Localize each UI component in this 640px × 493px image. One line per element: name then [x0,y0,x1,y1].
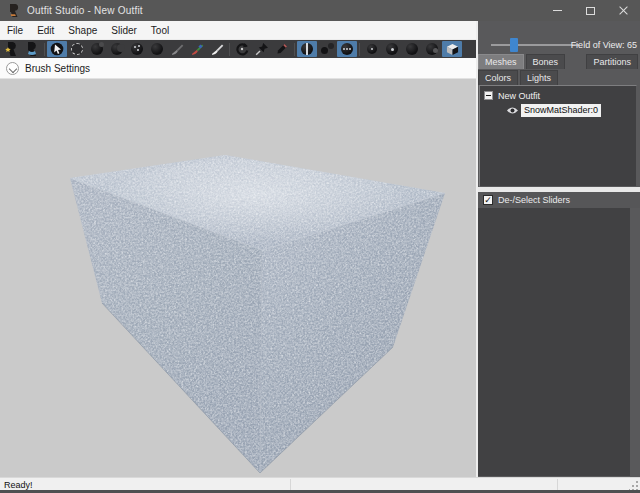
slider-section-header: ✓ De-/Select Sliders [477,192,640,208]
vertex-large-icon [386,43,398,55]
smooth-brush-icon [131,43,143,55]
pencil-icon [275,42,289,56]
fov-slider-handle[interactable] [510,38,518,52]
vertex-display-4-button[interactable] [422,41,442,57]
mask-brush-icon [71,43,83,55]
smooth-brush-button[interactable] [127,41,147,57]
main-toolbar [0,40,477,58]
transform-rotate-icon [235,42,249,56]
window-title: Outfit Studio - New Outfit [27,5,143,16]
tab-lights[interactable]: Lights [520,70,558,85]
toolbar-separator [359,43,360,56]
perspective-cube-icon [446,43,459,56]
toolbar-separator [229,43,230,56]
maximize-button[interactable] [574,0,607,21]
inflate-brush-icon [91,43,103,55]
transform-tool-button[interactable] [232,41,252,57]
minimize-icon [553,10,562,11]
title-bar[interactable]: Outfit Studio - New Outfit [0,0,640,21]
toolbar-separator [44,43,45,56]
weight-brush-button[interactable] [167,41,187,57]
status-separator [557,479,558,490]
pin-icon [255,42,269,56]
xmirror-icon [301,43,313,55]
collapse-icon[interactable] [484,91,493,100]
close-button[interactable] [607,0,640,21]
right-panel-tabs-row2: Colors Lights [478,70,640,85]
tree-item-label-selected[interactable]: SnowMatShader:0 [521,104,601,117]
vertex-shaded-icon [426,43,438,55]
xmirror-toggle-button[interactable] [297,41,317,57]
close-icon [618,5,629,16]
connected-only-button[interactable] [317,41,337,57]
tree-item-row[interactable]: SnowMatShader:0 [480,104,636,117]
connected-vertices-icon [321,43,334,55]
chevron-down-icon[interactable] [6,62,19,75]
minimize-button[interactable] [541,0,574,21]
maximize-icon [586,7,595,15]
tab-colors[interactable]: Colors [478,70,518,85]
move-brush-button[interactable] [147,41,167,57]
menu-tool[interactable]: Tool [144,21,176,40]
status-separator [290,479,291,490]
select-tool-button[interactable] [47,41,67,57]
viewport-3d[interactable] [0,79,477,477]
status-bar: Ready! [0,477,640,490]
inflate-brush-button[interactable] [87,41,107,57]
color-brush-icon [190,42,204,56]
menu-slider[interactable]: Slider [104,21,144,40]
mask-brush-button[interactable] [67,41,87,57]
resize-grip[interactable] [629,481,638,490]
tree-root-row[interactable]: New Outfit [480,89,636,102]
tab-partitions[interactable]: Partitions [586,54,638,69]
select-cursor-icon [50,42,64,56]
menu-bar: File Edit Shape Slider Tool [0,21,477,40]
menu-shape[interactable]: Shape [61,21,104,40]
deflate-brush-button[interactable] [107,41,127,57]
right-panel-tabs-row1: Meshes Bones Partitions [478,54,640,70]
app-icon [8,4,20,17]
fov-strip: Field of View: 65 [477,21,640,54]
viewport-panel-divider[interactable] [476,21,478,477]
color-brush-button[interactable] [187,41,207,57]
mesh-tree: New Outfit SnowMatShader:0 [479,85,637,187]
outfit-studio-window: Outfit Studio - New Outfit File Edit Sha… [0,0,640,493]
new-project-button[interactable] [2,41,22,57]
weight-brush-icon [170,42,184,56]
vertex-filled-icon [406,43,418,55]
fov-label: Field of View: 65 [571,40,637,50]
perspective-toggle-button[interactable] [442,41,462,57]
tree-root-label[interactable]: New Outfit [498,91,540,101]
vertex-display-2-button[interactable] [382,41,402,57]
snow-cube-mesh [0,79,477,477]
load-project-button[interactable] [22,41,42,57]
move-brush-icon [151,43,163,55]
tab-bones[interactable]: Bones [526,54,566,69]
menu-file[interactable]: File [0,21,30,40]
deselect-sliders-label: De-/Select Sliders [498,195,570,205]
slider-list-panel[interactable] [478,208,630,476]
edit-pencil-button[interactable] [272,41,292,57]
alpha-brush-icon [210,42,224,56]
alpha-brush-button[interactable] [207,41,227,57]
collision-icon [341,43,353,55]
menu-edit[interactable]: Edit [30,21,61,40]
vertex-small-icon [367,44,377,54]
brush-settings-label: Brush Settings [25,63,90,74]
new-project-icon [5,42,19,56]
pin-tool-button[interactable] [252,41,272,57]
brush-collision-button[interactable] [337,41,357,57]
eye-icon[interactable] [506,106,519,115]
tab-meshes[interactable]: Meshes [478,54,524,69]
toolbar-separator [294,43,295,56]
load-project-icon [25,42,39,56]
deselect-sliders-checkbox[interactable]: ✓ [483,195,493,205]
vertex-display-1-button[interactable] [362,41,382,57]
vertex-display-3-button[interactable] [402,41,422,57]
fov-slider-track[interactable] [491,44,579,46]
status-text: Ready! [4,480,33,490]
brush-settings-header[interactable]: Brush Settings [0,58,477,79]
deflate-brush-icon [111,43,123,55]
